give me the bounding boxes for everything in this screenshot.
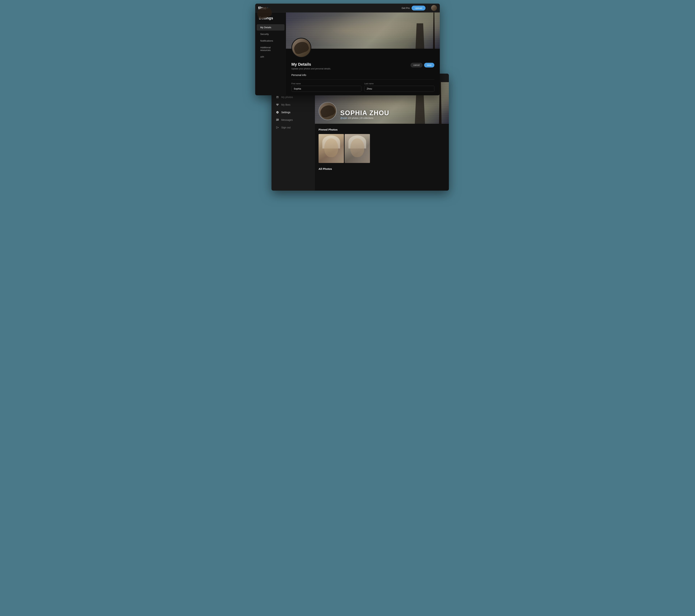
sidebar-item-sign-out[interactable]: Sign out xyxy=(271,124,315,131)
messages-label: Messages xyxy=(281,119,293,121)
avatar-image xyxy=(431,5,437,11)
photo-head-cover-1 xyxy=(322,136,340,148)
my-likes-label: My likes xyxy=(281,103,290,106)
upload-button[interactable]: Upload xyxy=(411,6,425,11)
all-photos-title: All Photos xyxy=(319,167,445,170)
sidebar-item-security[interactable]: Security xyxy=(257,31,285,37)
settings-body: Settings My Details Security Notificatio… xyxy=(255,13,440,95)
my-details-info: My Details Update your photos and person… xyxy=(291,62,331,70)
sidebar-item-api[interactable]: API xyxy=(257,54,285,60)
sign-out-label: Sign out xyxy=(281,126,290,129)
sidebar-item-settings[interactable]: Settings xyxy=(271,108,315,116)
sidebar-item-notifications[interactable]: Notifications xyxy=(257,38,285,44)
last-name-label: Last name xyxy=(365,83,435,85)
profile-header xyxy=(286,38,440,62)
profile-user-meta: @szph 120 photos | 20 collections xyxy=(340,117,389,119)
signout-icon xyxy=(276,126,279,129)
profile-main: SOPHIA ZHOU @szph 120 photos | 20 collec… xyxy=(315,82,449,191)
get-pro-link[interactable]: Get Pro xyxy=(402,7,410,10)
settings-label: Settings xyxy=(281,111,290,114)
all-photos-section: All Photos xyxy=(315,167,449,178)
profile-collection-count: 20 collections xyxy=(360,117,373,119)
messages-icon xyxy=(276,118,279,122)
cancel-button[interactable]: cancel xyxy=(410,63,423,68)
profile-avatar-large xyxy=(319,102,337,120)
profile-handle: @szph xyxy=(340,117,347,119)
profile-user-bar: SOPHIA ZHOU @szph 120 photos | 20 collec… xyxy=(319,102,445,120)
photo-image-1 xyxy=(319,134,344,163)
settings-sidebar: Settings My Details Security Notificatio… xyxy=(255,13,286,95)
photo-face-1 xyxy=(324,138,338,157)
my-photos-label: My photos xyxy=(281,96,293,99)
pinned-photos-section: Pinned Photos xyxy=(315,124,449,167)
pinned-photo-1[interactable] xyxy=(319,134,344,163)
my-details-title: My Details xyxy=(291,62,331,67)
pinned-photo-2[interactable] xyxy=(344,134,370,163)
last-name-input[interactable] xyxy=(365,86,435,92)
last-name-group: Last name xyxy=(365,83,435,92)
photos-icon xyxy=(276,95,279,99)
my-details-header: My Details Update your photos and person… xyxy=(286,62,440,70)
settings-main-content: My Details Update your photos and person… xyxy=(286,13,440,95)
settings-icon xyxy=(276,111,279,114)
pinned-photos-title: Pinned Photos xyxy=(319,128,445,131)
sidebar-item-additional-resources[interactable]: Additional resources xyxy=(257,44,285,53)
profile-user-name: SOPHIA ZHOU xyxy=(340,109,389,117)
avatar[interactable] xyxy=(431,5,437,11)
settings-navbar: filmo✦ Get Pro Upload xyxy=(255,4,440,13)
avatar-hair-decoration xyxy=(292,40,310,55)
heart-icon xyxy=(276,103,279,106)
photo-head-cover-2 xyxy=(349,136,366,148)
pinned-photos-grid xyxy=(319,134,445,163)
first-name-label: First name xyxy=(291,83,361,85)
profile-sidebar: Home My photos My likes xyxy=(271,82,315,191)
photo-image-2 xyxy=(344,134,370,163)
first-name-input[interactable] xyxy=(291,86,361,92)
profile-user-info: SOPHIA ZHOU @szph 120 photos | 20 collec… xyxy=(340,109,389,120)
profile-avatar-bg xyxy=(319,103,336,120)
sidebar-item-my-details[interactable]: My Details xyxy=(257,24,285,31)
profile-avatar-settings[interactable] xyxy=(291,38,311,58)
personal-info-section: Personal info First name Last name xyxy=(286,70,440,95)
avatar-bg xyxy=(292,38,310,57)
my-details-subtitle: Update your photos and personal details. xyxy=(291,68,331,70)
my-details-actions: cancel save xyxy=(410,63,435,68)
personal-info-heading: Personal info xyxy=(291,74,435,76)
profile-photo-count: 120 photos xyxy=(348,117,358,119)
save-button[interactable]: save xyxy=(424,63,435,68)
form-row-name: First name Last name xyxy=(291,83,435,92)
photo-face-2 xyxy=(351,138,365,157)
first-name-group: First name xyxy=(291,83,361,92)
profile-avatar-hair xyxy=(319,103,336,119)
settings-window: filmo✦ Get Pro Upload Settings My Detail… xyxy=(255,4,440,95)
sidebar-item-my-likes[interactable]: My likes xyxy=(271,101,315,108)
profile-layout: Home My photos My likes xyxy=(271,82,449,191)
sidebar-item-messages[interactable]: Messages xyxy=(271,116,315,124)
